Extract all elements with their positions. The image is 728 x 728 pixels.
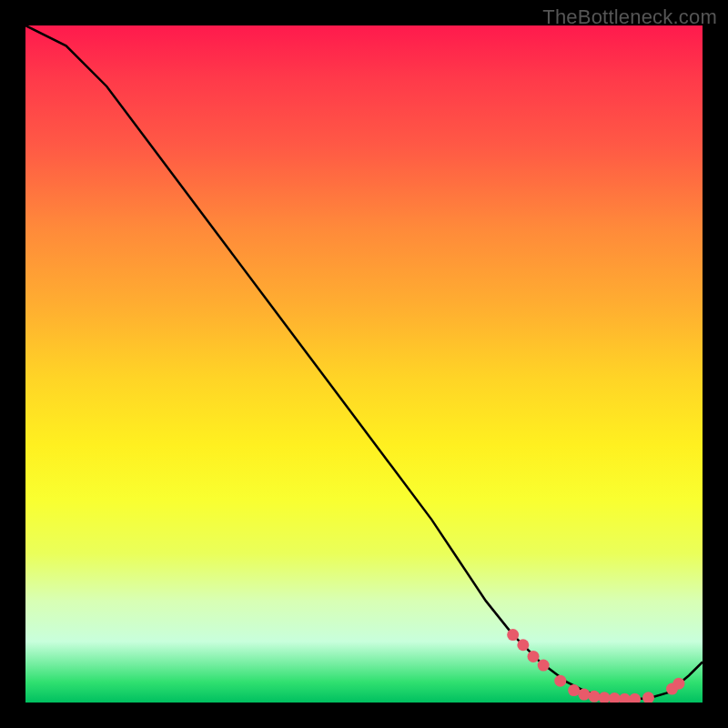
chart-marker	[629, 693, 641, 703]
chart-svg	[25, 25, 703, 703]
chart-curve	[25, 25, 703, 699]
chart-marker	[578, 689, 590, 701]
chart-marker	[609, 693, 621, 703]
chart-marker	[619, 693, 631, 703]
chart-marker	[588, 691, 600, 703]
chart-markers	[507, 629, 684, 703]
chart-marker	[642, 692, 654, 703]
chart-marker	[672, 678, 684, 690]
chart-marker	[554, 675, 566, 687]
chart-plot-area	[25, 25, 703, 703]
watermark-text: TheBottleneck.com	[542, 5, 717, 29]
chart-marker	[599, 692, 611, 703]
chart-marker	[568, 684, 580, 696]
chart-marker	[517, 639, 529, 651]
chart-marker	[507, 629, 519, 641]
chart-marker	[528, 651, 540, 662]
chart-marker	[538, 660, 550, 672]
